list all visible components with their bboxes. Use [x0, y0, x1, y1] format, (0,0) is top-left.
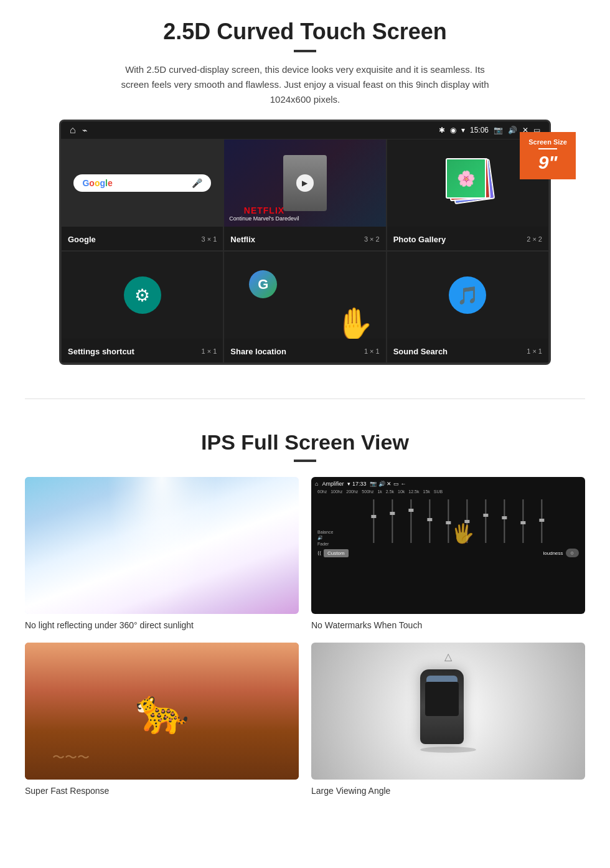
netflix-figure: ▶ [283, 155, 327, 211]
share-app-size: 1 × 1 [364, 347, 380, 355]
camera-icon: 📷 [494, 126, 503, 134]
sound-app-name: Sound Search [393, 347, 448, 356]
play-button[interactable]: ▶ [296, 174, 314, 192]
netflix-app-name: Netflix [230, 235, 255, 244]
sound-search-content: 🎵 [387, 252, 548, 339]
netflix-label-bar: Netflix 3 × 2 [224, 227, 385, 251]
svg-rect-9 [446, 521, 451, 524]
google-logo: Google [82, 178, 112, 188]
sound-label-bar: Sound Search 1 × 1 [387, 339, 548, 363]
badge-size: 9" [538, 152, 558, 172]
netflix-logo: NETFLIX [229, 205, 299, 215]
netflix-app-content: ▶ NETFLIX Continue Marvel's Daredevil [224, 139, 385, 227]
google-search-bar[interactable]: Google 🎤 [73, 174, 210, 192]
app-grid: Google 🎤 Google 3 × 1 [61, 139, 549, 363]
car-roof [425, 682, 459, 716]
badge-divider [538, 148, 557, 149]
ips-title-divider [294, 460, 316, 462]
svg-rect-5 [409, 509, 414, 512]
car-image: △ [311, 643, 585, 780]
status-bar: ⌂ ⌁ ✱ ◉ ▾ 15:06 📷 🔊 ✕ ▭ [61, 121, 549, 139]
home-icon[interactable]: ⌂ [70, 125, 76, 136]
cheetah-emoji: 🐆 [135, 686, 189, 737]
amplifier-caption: No Watermarks When Touch [311, 620, 585, 630]
amp-icons: 📷 🔊 ✕ ▭ ← [370, 481, 406, 487]
eq-sliders: 🖐 [337, 496, 579, 546]
curved-screen-section: 2.5D Curved Touch Screen With 2.5D curve… [0, 0, 610, 380]
curved-description: With 2.5D curved-display screen, this de… [112, 62, 498, 107]
badge-label: Screen Size [528, 138, 567, 146]
ips-grid: No light reflecting under 360° direct su… [25, 477, 585, 796]
amplifier-image: ⌂ Amplifier ▾ 17:33 📷 🔊 ✕ ▭ ← 60hz100hz2… [311, 477, 585, 614]
ips-sunlight-item: No light reflecting under 360° direct su… [25, 477, 299, 630]
netflix-app-cell[interactable]: ▶ NETFLIX Continue Marvel's Daredevil Ne… [223, 139, 386, 251]
volume-icon: 🔊 [508, 126, 517, 134]
photo-card-front: 🌸 [446, 158, 486, 199]
car-body [420, 669, 464, 744]
mic-icon[interactable]: 🎤 [192, 178, 202, 188]
cheetah-visual: 🐆 〜〜〜 [25, 643, 299, 780]
sunlight-caption: No light reflecting under 360° direct su… [25, 620, 299, 630]
sunlight-visual [25, 477, 299, 614]
curved-title: 2.5D Curved Touch Screen [37, 19, 573, 45]
svg-text:🖐: 🖐 [452, 522, 476, 545]
google-app-content: Google 🎤 [62, 139, 223, 227]
device-wrapper: Screen Size 9" ⌂ ⌁ ✱ ◉ ▾ 15:06 📷 🔊 ✕ [59, 120, 551, 365]
svg-rect-7 [428, 518, 433, 521]
direction-arrow: △ [444, 651, 452, 663]
photo-app-size: 2 × 2 [527, 235, 542, 243]
svg-rect-3 [390, 512, 395, 515]
google-app-cell[interactable]: Google 🎤 Google 3 × 1 [61, 139, 223, 251]
device-frame: ⌂ ⌁ ✱ ◉ ▾ 15:06 📷 🔊 ✕ ▭ [59, 120, 551, 365]
photo-app-name: Photo Gallery [393, 235, 446, 244]
ips-title: IPS Full Screen View [25, 430, 585, 455]
amp-wifi: ▾ 17:33 [347, 481, 366, 487]
sound-app-size: 1 × 1 [527, 347, 542, 355]
amp-prev[interactable]: ⟨⟨ [317, 550, 321, 556]
amp-loudness-toggle[interactable]: ○ [566, 549, 579, 557]
share-location-cell[interactable]: G 🤚 Share location 1 × 1 [223, 251, 386, 363]
ips-amplifier-item: ⌂ Amplifier ▾ 17:33 📷 🔊 ✕ ▭ ← 60hz100hz2… [311, 477, 585, 630]
status-time: 15:06 [470, 126, 489, 134]
google-app-name: Google [68, 235, 96, 244]
wifi-icon: ▾ [461, 126, 465, 134]
svg-rect-13 [484, 514, 489, 517]
netflix-overlay: NETFLIX Continue Marvel's Daredevil [229, 205, 299, 222]
svg-rect-17 [521, 521, 526, 524]
google-label-bar: Google 3 × 1 [62, 227, 223, 251]
section-divider [25, 399, 585, 399]
amp-header: ⌂ Amplifier ▾ 17:33 📷 🔊 ✕ ▭ ← [315, 481, 581, 487]
car-visual: △ [311, 643, 585, 780]
settings-label-bar: Settings shortcut 1 × 1 [62, 339, 223, 363]
usb-icon: ⌁ [82, 125, 87, 135]
car-shadow [420, 747, 476, 753]
ips-car-item: △ Large Viewing Angle [311, 643, 585, 796]
netflix-subtitle: Continue Marvel's Daredevil [229, 215, 299, 222]
bluetooth-icon: ✱ [439, 126, 445, 134]
share-label-bar: Share location 1 × 1 [224, 339, 385, 363]
car-top-view: △ [420, 669, 476, 753]
settings-app-cell[interactable]: ⚙ Settings shortcut 1 × 1 [61, 251, 223, 363]
dust-cloud: 〜〜〜 [52, 749, 90, 766]
google-maps-icon: G [249, 270, 277, 298]
ips-section: IPS Full Screen View No light reflecting… [0, 418, 610, 814]
svg-rect-1 [372, 515, 377, 518]
settings-icon: ⚙ [124, 276, 161, 314]
settings-app-name: Settings shortcut [68, 347, 134, 356]
settings-app-content: ⚙ [62, 252, 223, 339]
share-app-name: Share location [230, 347, 286, 356]
location-icon: ◉ [450, 126, 456, 134]
svg-rect-15 [502, 516, 507, 519]
amp-loudness-label: loudness [543, 550, 563, 556]
google-app-size: 3 × 1 [202, 235, 217, 243]
screen-size-badge: Screen Size 9" [520, 132, 576, 179]
sound-search-cell[interactable]: 🎵 Sound Search 1 × 1 [387, 251, 549, 363]
amplifier-ui: ⌂ Amplifier ▾ 17:33 📷 🔊 ✕ ▭ ← 60hz100hz2… [311, 477, 585, 614]
sunlight-beam [107, 477, 217, 614]
cheetah-image: 🐆 〜〜〜 [25, 643, 299, 780]
amp-custom[interactable]: Custom [324, 549, 349, 557]
ips-cheetah-item: 🐆 〜〜〜 Super Fast Response [25, 643, 299, 796]
flower-image: 🌸 [457, 170, 476, 187]
amp-title: Amplifier [322, 481, 344, 487]
svg-rect-19 [540, 519, 545, 522]
